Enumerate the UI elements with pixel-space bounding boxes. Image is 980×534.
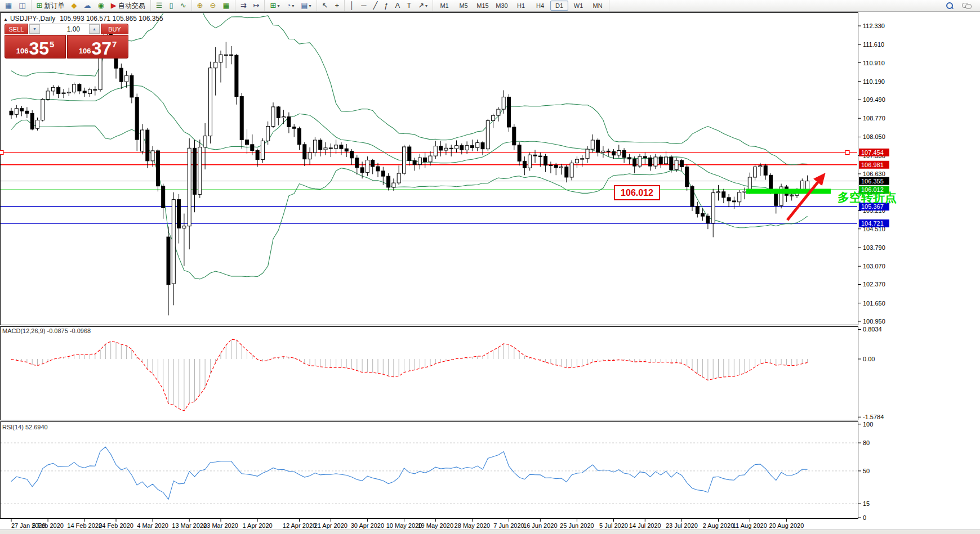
- chart-shift-button[interactable]: ↦: [251, 0, 262, 11]
- trendline-tool-button[interactable]: ╱: [370, 0, 380, 11]
- bear-candle: [287, 116, 291, 127]
- bear-candle: [25, 111, 29, 113]
- price-axis-tick-label: 101.650: [863, 300, 885, 307]
- date-axis-label: 24 Feb 2020: [99, 522, 133, 529]
- timeframe-h4-button[interactable]: H4: [531, 1, 549, 11]
- indicators-menu-button[interactable]: ⊞▾: [267, 0, 282, 11]
- bear-candle: [408, 147, 411, 160]
- price-axis-tick-label: 100.950: [863, 318, 885, 325]
- price-axis-tick-label: 102.370: [863, 281, 885, 288]
- bull-candle: [476, 143, 479, 148]
- bear-candle: [230, 55, 233, 55]
- timeframe-d1-button[interactable]: D1: [550, 1, 568, 11]
- macd-axis-tick-label: -1.5784: [863, 414, 884, 420]
- window-bottom-strip: [0, 529, 980, 534]
- bear-candle: [691, 187, 694, 207]
- volume-increase-button[interactable]: ▲: [89, 24, 100, 34]
- fibonacci-tool-button[interactable]: ƒ: [381, 0, 391, 11]
- chart-profiles-button[interactable]: ◫: [16, 0, 28, 11]
- bull-candle: [444, 148, 448, 150]
- text-tool-icon: A: [395, 1, 400, 11]
- buy-price-display[interactable]: 106 37 7: [67, 35, 128, 59]
- sell-price-display[interactable]: 106 35 5: [5, 35, 66, 59]
- templates-menu-button[interactable]: ▤▾: [298, 0, 314, 11]
- bar-chart-mode-button[interactable]: ☰: [153, 0, 166, 11]
- bull-bear-turning-point-annotation[interactable]: 多空转折点: [838, 191, 897, 204]
- chart-profiles-icon: ◫: [19, 1, 25, 11]
- timeframe-m15-button[interactable]: M15: [474, 1, 492, 11]
- auto-trading-button[interactable]: ▶自动交易: [108, 0, 148, 11]
- periods-menu-icon: ◔: [286, 1, 291, 11]
- zoom-in-button[interactable]: ⊕: [194, 0, 206, 11]
- bear-candle: [565, 167, 568, 177]
- news-megaphone-icon: ◆: [72, 1, 77, 11]
- cursor-tool-button[interactable]: ↖: [319, 0, 331, 11]
- label-tool-button[interactable]: T: [404, 0, 414, 11]
- text-tool-button[interactable]: A: [393, 0, 403, 11]
- bull-candle: [528, 155, 532, 168]
- bear-candle: [507, 97, 511, 127]
- rsi-panel: [1, 422, 858, 519]
- volume-decrease-button[interactable]: ▼: [29, 24, 40, 34]
- date-axis-label: 16 Jun 2020: [523, 522, 558, 529]
- new-order-button[interactable]: ⊞新订单: [34, 0, 68, 11]
- bear-candle: [533, 155, 537, 156]
- support-zone-band[interactable]: [746, 189, 831, 194]
- bull-candle: [743, 191, 746, 192]
- zoom-out-icon: ⊖: [210, 1, 216, 11]
- community-chat-icon[interactable]: [962, 3, 971, 9]
- bull-candle: [313, 140, 317, 152]
- new-chart-button[interactable]: ▦: [2, 0, 15, 11]
- collapse-quote-icon[interactable]: ▲: [3, 17, 8, 22]
- periods-menu-caret-icon: ▾: [292, 3, 294, 8]
- periods-menu-button[interactable]: ◔▾: [283, 0, 297, 11]
- bear-candle: [722, 192, 725, 198]
- price-tag-label: 106.981: [861, 161, 884, 168]
- bull-candle: [335, 145, 338, 149]
- vertical-line-tool-button[interactable]: │: [347, 0, 357, 11]
- bull-candle: [188, 148, 191, 226]
- bull-candle: [36, 120, 39, 128]
- indicators-menu-caret-icon: ▾: [277, 3, 279, 8]
- timeframe-h1-button[interactable]: H1: [512, 1, 530, 11]
- timeframe-w1-button[interactable]: W1: [569, 1, 587, 11]
- crosshair-tool-button[interactable]: +: [332, 0, 342, 11]
- search-icon[interactable]: [946, 2, 953, 9]
- bull-candle: [602, 151, 605, 152]
- auto-scroll-button[interactable]: ⇉: [238, 0, 250, 11]
- bull-candle: [282, 116, 286, 118]
- shapes-menu-button[interactable]: ↗▾: [415, 0, 430, 11]
- zoom-out-button[interactable]: ⊖: [207, 0, 219, 11]
- bull-candle: [665, 157, 668, 164]
- line-chart-mode-button[interactable]: ∿: [177, 0, 189, 11]
- price-axis-tick-label: 110.190: [863, 78, 885, 85]
- news-megaphone-button[interactable]: ◆: [69, 0, 80, 11]
- horizontal-line-tool-button[interactable]: ─: [358, 0, 369, 11]
- sell-button[interactable]: SELL: [5, 24, 28, 34]
- signals-button[interactable]: ◉: [95, 0, 107, 11]
- cursor-tool-icon: ↖: [322, 1, 328, 11]
- timeframe-m1-button[interactable]: M1: [435, 1, 453, 11]
- volume-field-wrap: ▼ ▲: [29, 24, 100, 34]
- price-callout-106012[interactable]: 106.012: [614, 185, 660, 200]
- date-axis-label: 5 Feb 2020: [32, 522, 64, 529]
- line-selection-handle[interactable]: [0, 150, 3, 154]
- line-selection-handle[interactable]: [845, 150, 849, 154]
- bull-candle: [88, 89, 92, 93]
- timeframe-m30-button[interactable]: M30: [493, 1, 511, 11]
- bear-candle: [20, 109, 24, 111]
- crosshair-tool-icon: +: [335, 1, 340, 11]
- bear-candle: [235, 55, 238, 96]
- expert-advisors-button[interactable]: ☁: [81, 0, 94, 11]
- timeframe-mn-button[interactable]: MN: [589, 1, 607, 11]
- buy-button[interactable]: BUY: [101, 24, 128, 34]
- bull-candle: [591, 140, 594, 149]
- candlestick-mode-button[interactable]: ▯: [167, 0, 176, 11]
- tile-windows-button[interactable]: ▦: [220, 0, 232, 11]
- bear-candle: [659, 157, 662, 164]
- timeframe-m5-button[interactable]: M5: [455, 1, 473, 11]
- price-axis-tick-label: 110.910: [863, 60, 885, 66]
- toolbar-group: ↖+: [317, 0, 345, 11]
- bear-candle: [449, 148, 453, 149]
- volume-input[interactable]: [40, 24, 89, 34]
